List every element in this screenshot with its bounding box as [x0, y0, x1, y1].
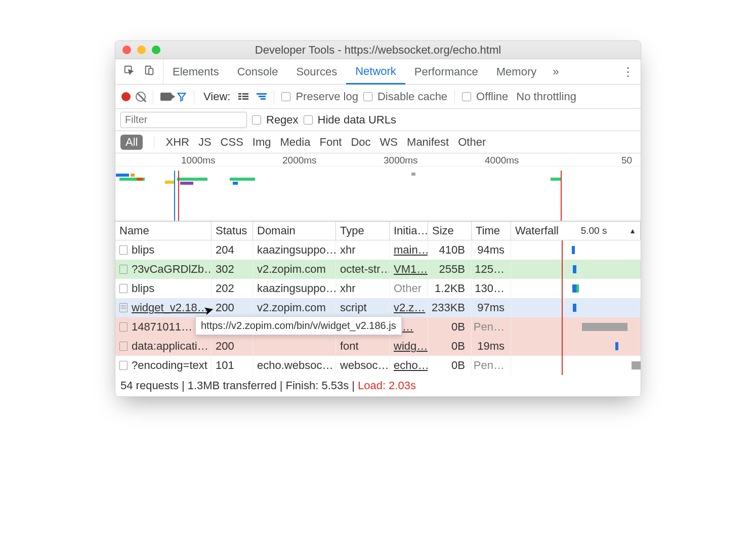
status-transferred: 1.3MB transferred [188, 379, 277, 392]
col-domain[interactable]: Domain [253, 222, 336, 240]
menu-icon[interactable]: ⋮ [622, 65, 634, 79]
request-name: blips [132, 282, 154, 295]
regex-label[interactable]: Regex [266, 113, 299, 127]
tab-network[interactable]: Network [346, 60, 405, 85]
screenshot-icon[interactable] [160, 93, 172, 101]
table-row[interactable]: blips202kaazingsuppo…xhrOther1.2KB130… [115, 279, 641, 298]
waterfall-cell [511, 279, 641, 298]
waterfall-view-icon[interactable] [257, 93, 267, 100]
clear-button[interactable] [136, 92, 146, 102]
offline-checkbox[interactable] [462, 92, 471, 101]
large-rows-icon[interactable] [238, 93, 248, 100]
timeline-tick: 1000ms [181, 155, 216, 166]
timeline-tick: 4000ms [485, 155, 519, 166]
maximize-button[interactable] [152, 46, 160, 54]
waterfall-cell [511, 317, 641, 337]
file-icon [119, 284, 128, 293]
waterfall-cell [511, 337, 641, 356]
type-filter-other[interactable]: Other [458, 136, 486, 149]
preserve-log-label[interactable]: Preserve log [296, 90, 358, 103]
status-load: Load: 2.03s [358, 379, 416, 392]
window-title: Developer Tools - https://websocket.org/… [121, 44, 635, 57]
filter-bar: Regex Hide data URLs [115, 109, 641, 131]
file-icon [119, 265, 128, 274]
hide-data-urls-label[interactable]: Hide data URLs [318, 113, 396, 127]
view-label: View: [203, 90, 230, 103]
regex-checkbox[interactable] [252, 115, 261, 125]
hide-data-urls-checkbox[interactable] [304, 115, 313, 125]
status-bar: 54 requests | 1.3MB transferred | Finish… [115, 375, 641, 396]
col-time[interactable]: Time [472, 222, 511, 240]
table-row[interactable]: blips204kaazingsuppo…xhrmain…410B94ms [115, 240, 641, 260]
filter-input[interactable] [120, 112, 247, 128]
col-name[interactable]: Name [115, 222, 212, 240]
tab-bar: ElementsConsoleSourcesNetworkPerformance… [115, 59, 641, 85]
request-name: data:applicati… [132, 340, 208, 353]
col-status[interactable]: Status [212, 222, 253, 240]
tab-console[interactable]: Console [228, 59, 287, 84]
timeline-overview[interactable]: 1000ms2000ms3000ms4000ms50 [115, 153, 641, 221]
type-filter-doc[interactable]: Doc [351, 136, 370, 149]
status-requests: 54 requests [120, 379, 179, 392]
tab-sources[interactable]: Sources [287, 59, 346, 84]
table-row[interactable]: widget_v2.18…200v2.zopim.comscriptv2.z…2… [115, 298, 641, 317]
type-filter-media[interactable]: Media [280, 136, 311, 149]
type-filter-js[interactable]: JS [198, 136, 212, 149]
titlebar: Developer Tools - https://websocket.org/… [115, 41, 641, 59]
waterfall-cell [511, 240, 641, 260]
file-icon [119, 303, 128, 312]
minimize-button[interactable] [137, 46, 146, 54]
waterfall-cell [511, 356, 641, 375]
request-name: blips [132, 243, 154, 257]
file-icon [119, 322, 128, 332]
throttling-dropdown[interactable]: No throttling [516, 90, 576, 103]
more-tabs-icon[interactable]: » [545, 65, 566, 78]
type-filter-ws[interactable]: WS [380, 136, 398, 149]
type-filter-all[interactable]: All [120, 135, 143, 150]
waterfall-cell [511, 298, 641, 317]
request-name: widget_v2.18… [132, 301, 208, 314]
type-filter-img[interactable]: Img [253, 136, 271, 149]
col-size[interactable]: Size [428, 222, 472, 240]
timeline-tick: 3000ms [384, 155, 418, 166]
table-row[interactable]: ?encoding=text101echo.websoc…websoc…echo… [115, 356, 641, 375]
preserve-log-checkbox[interactable] [281, 92, 290, 101]
type-filter-manifest[interactable]: Manifest [407, 136, 449, 149]
request-name: ?encoding=text [132, 359, 207, 372]
request-name: 14871011… [132, 320, 192, 334]
file-icon [119, 361, 128, 370]
record-button[interactable] [121, 92, 131, 101]
col-waterfall[interactable]: Waterfall 5.00 s ▲ [511, 222, 641, 240]
request-list: blips204kaazingsuppo…xhrmain…410B94ms?3v… [115, 240, 641, 375]
svg-rect-2 [149, 68, 153, 74]
type-filters: AllXHRJSCSSImgMediaFontDocWSManifestOthe… [115, 131, 641, 153]
tab-elements[interactable]: Elements [163, 59, 228, 84]
tab-performance[interactable]: Performance [405, 59, 487, 84]
status-finish: Finish: 5.53s [285, 379, 349, 392]
waterfall-cell [511, 260, 641, 279]
tooltip: https://v2.zopim.com/bin/v/widget_v2.186… [195, 316, 402, 335]
file-icon [119, 245, 128, 255]
tab-memory[interactable]: Memory [487, 59, 545, 84]
col-type[interactable]: Type [336, 222, 390, 240]
col-initiator[interactable]: Initia… [390, 222, 428, 240]
type-filter-css[interactable]: CSS [221, 136, 243, 149]
timeline-tick: 50 [621, 155, 632, 166]
table-row[interactable]: data:applicati…200fontwidg…0B19ms [115, 337, 641, 356]
device-toolbar-icon[interactable] [144, 65, 155, 79]
disable-cache-checkbox[interactable] [363, 92, 372, 101]
file-icon [119, 342, 128, 351]
disable-cache-label[interactable]: Disable cache [377, 90, 447, 103]
offline-label[interactable]: Offline [476, 90, 508, 103]
window-controls [122, 46, 160, 54]
table-row[interactable]: ?3vCaGRDlZb…302v2.zopim.comoctet-str…VM1… [115, 260, 641, 279]
inspect-element-icon[interactable] [123, 65, 135, 79]
filter-icon[interactable] [177, 92, 187, 102]
type-filter-font[interactable]: Font [319, 136, 342, 149]
devtools-window: Developer Tools - https://websocket.org/… [115, 40, 641, 397]
request-name: ?3vCaGRDlZb… [132, 263, 212, 276]
type-filter-xhr[interactable]: XHR [165, 136, 189, 149]
table-header: Name Status Domain Type Initia… Size Tim… [115, 221, 641, 240]
close-button[interactable] [122, 46, 131, 54]
network-toolbar: View: Preserve log Disable cache Offline… [115, 85, 641, 109]
